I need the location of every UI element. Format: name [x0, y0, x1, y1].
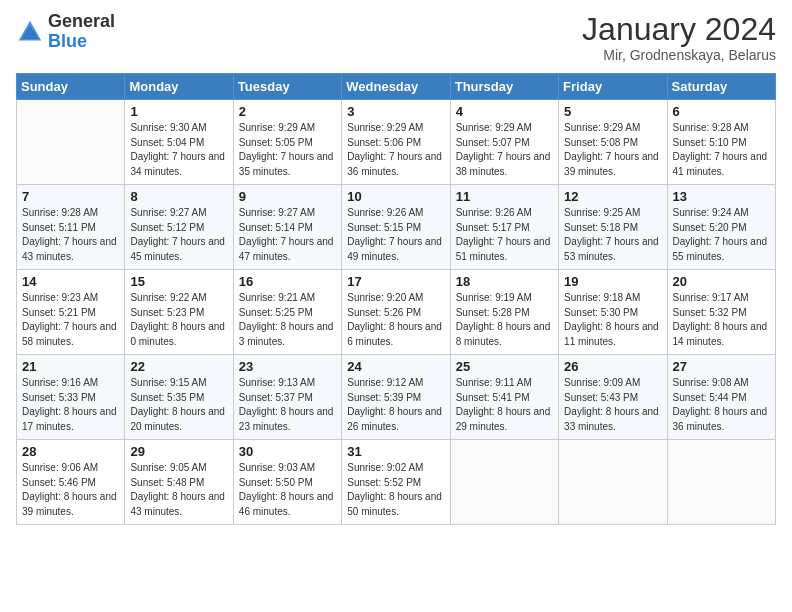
calendar-week-row: 28Sunrise: 9:06 AM Sunset: 5:46 PM Dayli… [17, 440, 776, 525]
day-number: 20 [673, 274, 770, 289]
calendar-cell: 17Sunrise: 9:20 AM Sunset: 5:26 PM Dayli… [342, 270, 450, 355]
day-number: 8 [130, 189, 227, 204]
day-number: 19 [564, 274, 661, 289]
day-number: 9 [239, 189, 336, 204]
calendar-cell: 16Sunrise: 9:21 AM Sunset: 5:25 PM Dayli… [233, 270, 341, 355]
calendar-header-row: SundayMondayTuesdayWednesdayThursdayFrid… [17, 74, 776, 100]
calendar-cell: 13Sunrise: 9:24 AM Sunset: 5:20 PM Dayli… [667, 185, 775, 270]
day-of-week-header: Tuesday [233, 74, 341, 100]
calendar-cell: 21Sunrise: 9:16 AM Sunset: 5:33 PM Dayli… [17, 355, 125, 440]
logo-blue: Blue [48, 32, 115, 52]
cell-content: Sunrise: 9:16 AM Sunset: 5:33 PM Dayligh… [22, 376, 119, 434]
cell-content: Sunrise: 9:18 AM Sunset: 5:30 PM Dayligh… [564, 291, 661, 349]
day-number: 25 [456, 359, 553, 374]
calendar-cell: 14Sunrise: 9:23 AM Sunset: 5:21 PM Dayli… [17, 270, 125, 355]
day-number: 4 [456, 104, 553, 119]
cell-content: Sunrise: 9:13 AM Sunset: 5:37 PM Dayligh… [239, 376, 336, 434]
day-number: 7 [22, 189, 119, 204]
cell-content: Sunrise: 9:09 AM Sunset: 5:43 PM Dayligh… [564, 376, 661, 434]
cell-content: Sunrise: 9:19 AM Sunset: 5:28 PM Dayligh… [456, 291, 553, 349]
calendar-cell: 22Sunrise: 9:15 AM Sunset: 5:35 PM Dayli… [125, 355, 233, 440]
day-number: 12 [564, 189, 661, 204]
calendar-cell: 9Sunrise: 9:27 AM Sunset: 5:14 PM Daylig… [233, 185, 341, 270]
calendar-cell: 25Sunrise: 9:11 AM Sunset: 5:41 PM Dayli… [450, 355, 558, 440]
calendar-week-row: 1Sunrise: 9:30 AM Sunset: 5:04 PM Daylig… [17, 100, 776, 185]
calendar-cell: 11Sunrise: 9:26 AM Sunset: 5:17 PM Dayli… [450, 185, 558, 270]
day-of-week-header: Friday [559, 74, 667, 100]
cell-content: Sunrise: 9:22 AM Sunset: 5:23 PM Dayligh… [130, 291, 227, 349]
cell-content: Sunrise: 9:27 AM Sunset: 5:12 PM Dayligh… [130, 206, 227, 264]
main-container: General Blue January 2024 Mir, Grodnensk… [0, 0, 792, 533]
calendar-cell: 19Sunrise: 9:18 AM Sunset: 5:30 PM Dayli… [559, 270, 667, 355]
calendar-cell: 20Sunrise: 9:17 AM Sunset: 5:32 PM Dayli… [667, 270, 775, 355]
cell-content: Sunrise: 9:05 AM Sunset: 5:48 PM Dayligh… [130, 461, 227, 519]
day-number: 30 [239, 444, 336, 459]
calendar-week-row: 21Sunrise: 9:16 AM Sunset: 5:33 PM Dayli… [17, 355, 776, 440]
day-number: 21 [22, 359, 119, 374]
day-number: 17 [347, 274, 444, 289]
calendar-cell: 27Sunrise: 9:08 AM Sunset: 5:44 PM Dayli… [667, 355, 775, 440]
location: Mir, Grodnenskaya, Belarus [582, 47, 776, 63]
calendar-cell: 29Sunrise: 9:05 AM Sunset: 5:48 PM Dayli… [125, 440, 233, 525]
calendar-cell: 23Sunrise: 9:13 AM Sunset: 5:37 PM Dayli… [233, 355, 341, 440]
logo-text: General Blue [48, 12, 115, 52]
day-number: 29 [130, 444, 227, 459]
calendar-cell [450, 440, 558, 525]
cell-content: Sunrise: 9:23 AM Sunset: 5:21 PM Dayligh… [22, 291, 119, 349]
calendar-table: SundayMondayTuesdayWednesdayThursdayFrid… [16, 73, 776, 525]
cell-content: Sunrise: 9:12 AM Sunset: 5:39 PM Dayligh… [347, 376, 444, 434]
month-title: January 2024 [582, 12, 776, 47]
day-of-week-header: Saturday [667, 74, 775, 100]
cell-content: Sunrise: 9:30 AM Sunset: 5:04 PM Dayligh… [130, 121, 227, 179]
calendar-cell: 28Sunrise: 9:06 AM Sunset: 5:46 PM Dayli… [17, 440, 125, 525]
calendar-cell: 8Sunrise: 9:27 AM Sunset: 5:12 PM Daylig… [125, 185, 233, 270]
day-number: 13 [673, 189, 770, 204]
calendar-week-row: 14Sunrise: 9:23 AM Sunset: 5:21 PM Dayli… [17, 270, 776, 355]
calendar-cell: 5Sunrise: 9:29 AM Sunset: 5:08 PM Daylig… [559, 100, 667, 185]
day-number: 11 [456, 189, 553, 204]
day-of-week-header: Sunday [17, 74, 125, 100]
calendar-cell: 31Sunrise: 9:02 AM Sunset: 5:52 PM Dayli… [342, 440, 450, 525]
calendar-cell: 18Sunrise: 9:19 AM Sunset: 5:28 PM Dayli… [450, 270, 558, 355]
calendar-cell: 10Sunrise: 9:26 AM Sunset: 5:15 PM Dayli… [342, 185, 450, 270]
day-number: 2 [239, 104, 336, 119]
calendar-cell: 6Sunrise: 9:28 AM Sunset: 5:10 PM Daylig… [667, 100, 775, 185]
day-number: 18 [456, 274, 553, 289]
cell-content: Sunrise: 9:21 AM Sunset: 5:25 PM Dayligh… [239, 291, 336, 349]
calendar-week-row: 7Sunrise: 9:28 AM Sunset: 5:11 PM Daylig… [17, 185, 776, 270]
day-number: 1 [130, 104, 227, 119]
day-number: 31 [347, 444, 444, 459]
calendar-cell: 12Sunrise: 9:25 AM Sunset: 5:18 PM Dayli… [559, 185, 667, 270]
day-number: 3 [347, 104, 444, 119]
cell-content: Sunrise: 9:25 AM Sunset: 5:18 PM Dayligh… [564, 206, 661, 264]
calendar-cell [17, 100, 125, 185]
calendar-cell [667, 440, 775, 525]
calendar-cell: 26Sunrise: 9:09 AM Sunset: 5:43 PM Dayli… [559, 355, 667, 440]
cell-content: Sunrise: 9:27 AM Sunset: 5:14 PM Dayligh… [239, 206, 336, 264]
logo: General Blue [16, 12, 115, 52]
calendar-cell: 15Sunrise: 9:22 AM Sunset: 5:23 PM Dayli… [125, 270, 233, 355]
day-number: 5 [564, 104, 661, 119]
logo-icon [16, 18, 44, 46]
calendar-cell: 24Sunrise: 9:12 AM Sunset: 5:39 PM Dayli… [342, 355, 450, 440]
cell-content: Sunrise: 9:29 AM Sunset: 5:08 PM Dayligh… [564, 121, 661, 179]
cell-content: Sunrise: 9:06 AM Sunset: 5:46 PM Dayligh… [22, 461, 119, 519]
cell-content: Sunrise: 9:26 AM Sunset: 5:15 PM Dayligh… [347, 206, 444, 264]
cell-content: Sunrise: 9:28 AM Sunset: 5:10 PM Dayligh… [673, 121, 770, 179]
day-of-week-header: Monday [125, 74, 233, 100]
cell-content: Sunrise: 9:29 AM Sunset: 5:06 PM Dayligh… [347, 121, 444, 179]
day-number: 14 [22, 274, 119, 289]
cell-content: Sunrise: 9:11 AM Sunset: 5:41 PM Dayligh… [456, 376, 553, 434]
day-number: 24 [347, 359, 444, 374]
day-of-week-header: Thursday [450, 74, 558, 100]
day-number: 22 [130, 359, 227, 374]
cell-content: Sunrise: 9:26 AM Sunset: 5:17 PM Dayligh… [456, 206, 553, 264]
cell-content: Sunrise: 9:29 AM Sunset: 5:07 PM Dayligh… [456, 121, 553, 179]
cell-content: Sunrise: 9:24 AM Sunset: 5:20 PM Dayligh… [673, 206, 770, 264]
day-number: 26 [564, 359, 661, 374]
calendar-cell [559, 440, 667, 525]
cell-content: Sunrise: 9:29 AM Sunset: 5:05 PM Dayligh… [239, 121, 336, 179]
logo-general: General [48, 12, 115, 32]
cell-content: Sunrise: 9:02 AM Sunset: 5:52 PM Dayligh… [347, 461, 444, 519]
calendar-cell: 4Sunrise: 9:29 AM Sunset: 5:07 PM Daylig… [450, 100, 558, 185]
